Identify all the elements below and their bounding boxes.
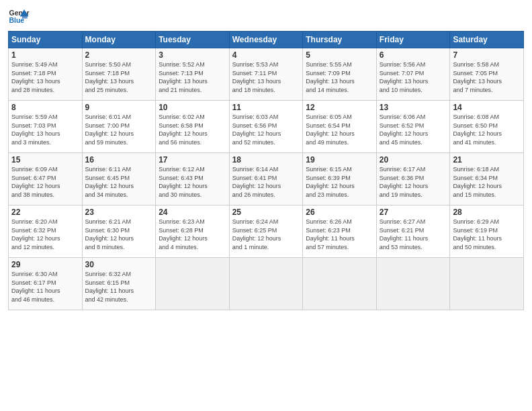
calendar-day-24: 24Sunrise: 6:23 AMSunset: 6:28 PMDayligh… — [156, 205, 230, 258]
logo: General Blue — [8, 7, 32, 26]
calendar-day-30: 30Sunrise: 6:32 AMSunset: 6:15 PMDayligh… — [82, 258, 156, 310]
calendar-day-19: 19Sunrise: 6:15 AMSunset: 6:39 PMDayligh… — [303, 153, 377, 205]
calendar-day-25: 25Sunrise: 6:24 AMSunset: 6:25 PMDayligh… — [229, 205, 303, 258]
calendar-day-1: 1Sunrise: 5:49 AMSunset: 7:18 PMDaylight… — [9, 48, 83, 101]
calendar-day-2: 2Sunrise: 5:50 AMSunset: 7:18 PMDaylight… — [82, 48, 156, 101]
calendar-day-16: 16Sunrise: 6:11 AMSunset: 6:45 PMDayligh… — [82, 153, 156, 205]
calendar-day-empty — [229, 258, 303, 310]
calendar-day-20: 20Sunrise: 6:17 AMSunset: 6:36 PMDayligh… — [376, 153, 450, 205]
calendar-day-23: 23Sunrise: 6:21 AMSunset: 6:30 PMDayligh… — [82, 205, 156, 258]
calendar-day-22: 22Sunrise: 6:20 AMSunset: 6:32 PMDayligh… — [9, 205, 83, 258]
calendar-day-12: 12Sunrise: 6:05 AMSunset: 6:54 PMDayligh… — [303, 101, 377, 153]
day-header-monday: Monday — [82, 32, 156, 48]
day-header-tuesday: Tuesday — [156, 32, 230, 48]
calendar-day-21: 21Sunrise: 6:18 AMSunset: 6:34 PMDayligh… — [450, 153, 524, 205]
calendar-day-5: 5Sunrise: 5:55 AMSunset: 7:09 PMDaylight… — [303, 48, 377, 101]
calendar-day-29: 29Sunrise: 6:30 AMSunset: 6:17 PMDayligh… — [9, 258, 83, 310]
calendar-header-row: SundayMondayTuesdayWednesdayThursdayFrid… — [9, 32, 524, 48]
day-header-wednesday: Wednesday — [229, 32, 303, 48]
day-header-saturday: Saturday — [450, 32, 524, 48]
calendar-day-18: 18Sunrise: 6:14 AMSunset: 6:41 PMDayligh… — [229, 153, 303, 205]
calendar-day-empty — [450, 258, 524, 310]
calendar-day-empty — [303, 258, 377, 310]
calendar-day-11: 11Sunrise: 6:03 AMSunset: 6:56 PMDayligh… — [229, 101, 303, 153]
calendar-day-15: 15Sunrise: 6:09 AMSunset: 6:47 PMDayligh… — [9, 153, 83, 205]
logo-icon: General Blue — [8, 7, 30, 26]
calendar-day-4: 4Sunrise: 5:53 AMSunset: 7:11 PMDaylight… — [229, 48, 303, 101]
calendar-week-1: 1Sunrise: 5:49 AMSunset: 7:18 PMDaylight… — [9, 48, 524, 101]
calendar-day-14: 14Sunrise: 6:08 AMSunset: 6:50 PMDayligh… — [450, 101, 524, 153]
calendar-week-2: 8Sunrise: 5:59 AMSunset: 7:03 PMDaylight… — [9, 101, 524, 153]
calendar-day-28: 28Sunrise: 6:29 AMSunset: 6:19 PMDayligh… — [450, 205, 524, 258]
calendar-day-10: 10Sunrise: 6:02 AMSunset: 6:58 PMDayligh… — [156, 101, 230, 153]
calendar-day-empty — [376, 258, 450, 310]
calendar-body: 1Sunrise: 5:49 AMSunset: 7:18 PMDaylight… — [9, 48, 524, 310]
day-header-sunday: Sunday — [9, 32, 83, 48]
calendar-week-5: 29Sunrise: 6:30 AMSunset: 6:17 PMDayligh… — [9, 258, 524, 310]
calendar-day-13: 13Sunrise: 6:06 AMSunset: 6:52 PMDayligh… — [376, 101, 450, 153]
page-header: General Blue — [8, 7, 524, 26]
day-header-friday: Friday — [376, 32, 450, 48]
calendar-day-empty — [156, 258, 230, 310]
calendar-day-3: 3Sunrise: 5:52 AMSunset: 7:13 PMDaylight… — [156, 48, 230, 101]
calendar-day-7: 7Sunrise: 5:58 AMSunset: 7:05 PMDaylight… — [450, 48, 524, 101]
calendar-day-9: 9Sunrise: 6:01 AMSunset: 7:00 PMDaylight… — [82, 101, 156, 153]
calendar-day-26: 26Sunrise: 6:26 AMSunset: 6:23 PMDayligh… — [303, 205, 377, 258]
calendar-day-6: 6Sunrise: 5:56 AMSunset: 7:07 PMDaylight… — [376, 48, 450, 101]
calendar-day-8: 8Sunrise: 5:59 AMSunset: 7:03 PMDaylight… — [9, 101, 83, 153]
calendar-week-4: 22Sunrise: 6:20 AMSunset: 6:32 PMDayligh… — [9, 205, 524, 258]
calendar-day-27: 27Sunrise: 6:27 AMSunset: 6:21 PMDayligh… — [376, 205, 450, 258]
calendar-table: SundayMondayTuesdayWednesdayThursdayFrid… — [8, 31, 524, 310]
calendar-week-3: 15Sunrise: 6:09 AMSunset: 6:47 PMDayligh… — [9, 153, 524, 205]
day-header-thursday: Thursday — [303, 32, 377, 48]
calendar-day-17: 17Sunrise: 6:12 AMSunset: 6:43 PMDayligh… — [156, 153, 230, 205]
svg-marker-3 — [22, 13, 28, 19]
